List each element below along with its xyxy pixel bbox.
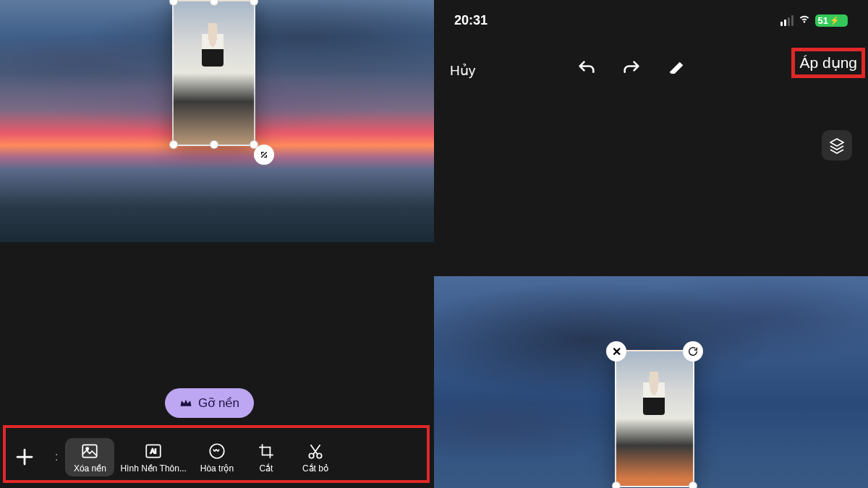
crown-icon xyxy=(179,398,192,408)
status-time: 20:31 xyxy=(454,13,488,28)
editor-canvas[interactable] xyxy=(0,0,434,242)
tool-label: Hòa trộn xyxy=(200,463,234,474)
close-icon[interactable]: ✕ xyxy=(606,341,626,361)
overlay-image[interactable] xyxy=(172,0,255,146)
apply-highlight: Áp dụng xyxy=(791,48,865,78)
redo-button[interactable] xyxy=(621,59,642,82)
battery-badge: 51⚡ xyxy=(815,14,848,27)
resize-icon[interactable] xyxy=(254,145,274,165)
tool-label: Hình Nền Thôn... xyxy=(120,463,187,474)
tool-remove-bg[interactable]: Xóa nền xyxy=(65,438,114,476)
remove-background-pill[interactable]: Gỡ nền xyxy=(165,388,254,418)
battery-level: 51 xyxy=(818,15,828,26)
rotate-icon[interactable] xyxy=(683,341,703,361)
svg-point-1 xyxy=(87,448,89,450)
bolt-icon: ⚡ xyxy=(830,16,840,25)
overlay-image-2[interactable]: ✕ xyxy=(615,350,694,487)
left-screenshot: Gỡ nền : Xóa nền AI Hình Nền Thôn... Hòa… xyxy=(0,0,434,488)
overlay-handle[interactable] xyxy=(250,0,258,6)
apply-button[interactable]: Áp dụng xyxy=(799,54,857,71)
blend-icon xyxy=(207,441,227,461)
ai-image-icon: AI xyxy=(143,441,163,461)
undo-button[interactable] xyxy=(576,59,597,82)
bottom-toolbar: : Xóa nền AI Hình Nền Thôn... Hòa trộn C… xyxy=(0,431,434,483)
tool-crop[interactable]: Cắt xyxy=(242,438,291,476)
tool-label: Xóa nền xyxy=(74,463,106,474)
overlay-handle[interactable] xyxy=(210,140,218,149)
overlay-handle[interactable] xyxy=(689,481,697,488)
svg-point-5 xyxy=(309,453,314,458)
cancel-button[interactable]: Hủy xyxy=(450,62,475,79)
svg-point-6 xyxy=(317,453,322,458)
divider-label: : xyxy=(55,450,58,463)
right-screenshot: 20:31 51⚡ Hủy Áp dụng xyxy=(434,0,868,488)
pill-label: Gỡ nền xyxy=(198,395,239,411)
tool-blend[interactable]: Hòa trộn xyxy=(192,438,242,476)
overlay-handle[interactable] xyxy=(169,0,178,6)
tool-cut[interactable]: Cắt bỏ xyxy=(291,438,340,476)
tool-smart-bg[interactable]: AI Hình Nền Thôn... xyxy=(114,438,192,476)
overlay-handle[interactable] xyxy=(612,481,621,488)
crop-icon xyxy=(256,441,276,461)
svg-rect-0 xyxy=(83,445,98,457)
wifi-icon xyxy=(798,13,811,28)
status-bar: 20:31 51⚡ xyxy=(434,13,868,28)
image-icon xyxy=(80,441,100,461)
tool-label: Cắt bỏ xyxy=(302,463,328,474)
overlay-handle[interactable] xyxy=(169,140,178,149)
overlay-handle[interactable] xyxy=(210,0,218,6)
eraser-button[interactable] xyxy=(666,59,686,82)
svg-text:AI: AI xyxy=(150,448,156,455)
signal-icon xyxy=(780,15,793,26)
editor-canvas-2[interactable]: ✕ xyxy=(434,276,868,488)
add-button[interactable] xyxy=(7,440,42,474)
layers-button[interactable] xyxy=(822,130,852,160)
tool-label: Cắt xyxy=(259,463,273,474)
scissors-icon xyxy=(305,441,326,461)
